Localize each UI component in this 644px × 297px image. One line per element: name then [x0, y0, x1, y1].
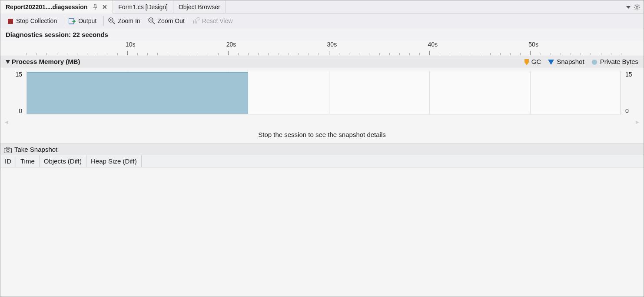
legend-private-bytes: Private Bytes: [591, 58, 638, 65]
stop-label: Stop Collection: [16, 17, 57, 24]
zoom-out-label: Zoom Out: [158, 17, 185, 24]
camera-icon: [4, 146, 12, 153]
legend-snapshot: Snapshot: [548, 58, 584, 65]
snapshot-table-body: [0, 167, 644, 276]
legend-gc: GC: [524, 58, 541, 65]
memory-chart[interactable]: 15 0 15 0: [0, 67, 644, 120]
snapshot-marker-icon: [548, 58, 554, 65]
svg-point-0: [636, 6, 638, 8]
tab-object-browser[interactable]: Object Browser: [173, 0, 226, 13]
snapshot-table-header: ID Time Objects (Diff) Heap Size (Diff): [0, 155, 644, 167]
tab-label: Object Browser: [179, 3, 220, 10]
stop-icon: [7, 17, 13, 24]
scroll-left-icon[interactable]: ◀: [5, 120, 8, 124]
zoom-in-button[interactable]: Zoom In: [106, 13, 145, 28]
timeline-ruler[interactable]: 10s20s30s40s50s: [0, 41, 644, 56]
zoom-in-icon: [108, 17, 115, 24]
tab-label: Form1.cs [Design]: [118, 3, 168, 10]
reset-view-icon: [193, 17, 199, 24]
zoom-in-label: Zoom In: [118, 17, 140, 24]
col-time[interactable]: Time: [16, 155, 40, 167]
graph-title: Process Memory (MB): [12, 58, 80, 65]
zoom-out-button[interactable]: Zoom Out: [146, 13, 190, 28]
private-bytes-marker-icon: [591, 58, 598, 65]
ruler-label: 50s: [528, 41, 538, 48]
svg-point-20: [7, 149, 9, 152]
reset-view-button[interactable]: Reset View: [190, 13, 238, 28]
tab-diagsession[interactable]: Report202201....diagsession ✕: [0, 0, 113, 13]
col-id[interactable]: ID: [0, 155, 16, 167]
stop-collection-button[interactable]: Stop Collection: [5, 13, 62, 28]
pin-icon[interactable]: [93, 4, 98, 10]
svg-line-16: [153, 22, 155, 24]
tab-bar: Report202201....diagsession ✕ Form1.cs […: [0, 0, 644, 13]
toolbar: Stop Collection Output Zoom In Zoom Out …: [0, 13, 644, 28]
session-label: Diagnostics session: 22 seconds: [0, 28, 644, 41]
svg-line-5: [635, 5, 636, 6]
gc-marker-icon: [524, 58, 529, 65]
tab-label: Report202201....diagsession: [6, 3, 87, 10]
gear-icon[interactable]: [634, 3, 640, 10]
svg-line-6: [638, 9, 639, 10]
zoom-out-icon: [148, 17, 155, 24]
output-icon: [69, 17, 76, 24]
svg-point-18: [592, 60, 597, 65]
close-icon[interactable]: ✕: [102, 3, 107, 10]
y-axis-max: 15: [0, 71, 22, 78]
dropdown-icon[interactable]: [626, 3, 631, 10]
col-heap-size-diff[interactable]: Heap Size (Diff): [86, 155, 142, 167]
reset-view-label: Reset View: [202, 17, 233, 24]
ruler-label: 30s: [327, 41, 337, 48]
ruler-label: 10s: [126, 41, 136, 48]
svg-line-7: [638, 5, 639, 6]
y-axis-max-right: 15: [625, 71, 644, 78]
y-axis-min-right: 0: [625, 107, 644, 114]
collapse-icon[interactable]: [6, 58, 10, 65]
col-objects-diff[interactable]: Objects (Diff): [40, 155, 86, 167]
output-button[interactable]: Output: [66, 13, 102, 28]
ruler-label: 20s: [226, 41, 236, 48]
svg-rect-9: [8, 19, 13, 24]
y-axis-min: 0: [0, 107, 22, 114]
svg-line-8: [635, 9, 636, 10]
output-label: Output: [78, 17, 96, 24]
scroll-right-icon[interactable]: ▶: [636, 120, 639, 124]
graph-header: Process Memory (MB) GC Snapshot Private …: [0, 56, 644, 67]
take-snapshot-label: Take Snapshot: [14, 146, 57, 153]
ruler-label: 40s: [428, 41, 438, 48]
snapshot-placeholder-message: Stop the session to see the snapshot det…: [0, 127, 644, 144]
take-snapshot-button[interactable]: Take Snapshot: [0, 144, 644, 155]
svg-line-12: [113, 22, 115, 24]
chart-series-private-bytes: [27, 72, 248, 114]
tab-form-design[interactable]: Form1.cs [Design]: [113, 0, 173, 13]
